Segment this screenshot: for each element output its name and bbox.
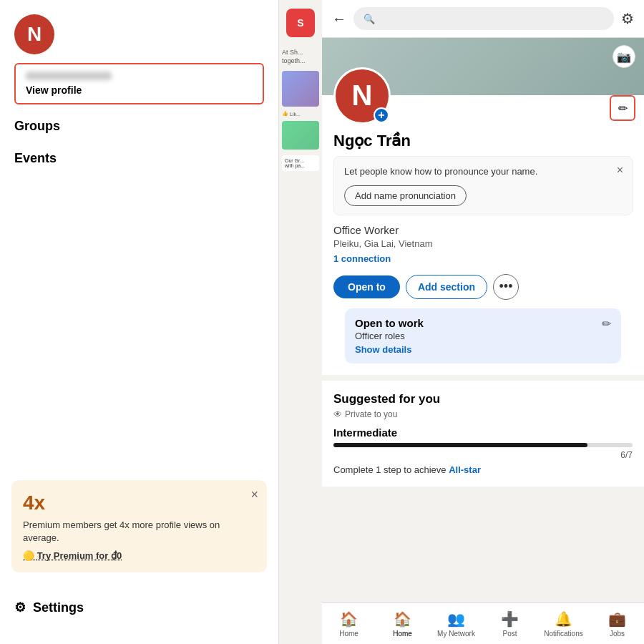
- nav-item-home[interactable]: 🏠 Home: [376, 603, 429, 644]
- otw-role: Officer roles: [355, 331, 611, 341]
- notifications-label: Notifications: [544, 630, 582, 638]
- name-pronunciation-box: × Let people know how to pronounce your …: [333, 156, 633, 215]
- premium-cta-text[interactable]: 🟡 Try Premium for ₫0: [23, 550, 122, 561]
- middle-sliver: S At Sh...togeth... 👍 Lik... Our Gr...wi…: [279, 0, 322, 644]
- home-active-label: Home: [393, 630, 412, 638]
- suggested-title: Suggested for you: [333, 392, 633, 406]
- pronunciation-close-button[interactable]: ×: [617, 164, 623, 177]
- right-header: ← 🔍 ⚙: [322, 0, 644, 38]
- action-buttons: Open to Add section •••: [333, 274, 633, 300]
- progress-bar-fill: [333, 443, 587, 447]
- post-label: Post: [502, 630, 517, 638]
- open-to-button[interactable]: Open to: [333, 275, 400, 298]
- nav-item-network[interactable]: 👥 My Network: [429, 603, 483, 644]
- complete-text: Complete 1 step to achieve: [333, 464, 447, 475]
- profile-avatar-container: N +: [333, 67, 391, 125]
- left-panel: N View profile Groups Events × 4x Premiu…: [0, 0, 279, 644]
- premium-description: Premium members get 4x more profile view…: [23, 519, 255, 545]
- view-profile-link[interactable]: View profile: [26, 84, 253, 96]
- left-avatar: N: [14, 14, 54, 54]
- add-photo-badge[interactable]: +: [374, 107, 389, 123]
- search-bar[interactable]: 🔍: [353, 7, 614, 30]
- back-button[interactable]: ←: [332, 11, 346, 27]
- avatar-initial: N: [352, 79, 373, 112]
- premium-box: × 4x Premium members get 4x more profile…: [11, 480, 267, 572]
- otw-title: Open to work: [355, 317, 611, 329]
- otw-edit-button[interactable]: ✏: [602, 317, 611, 331]
- nav-events[interactable]: Events: [14, 151, 264, 166]
- connections-count[interactable]: 1 connection: [333, 253, 633, 264]
- network-icon: 👥: [447, 610, 465, 628]
- profile-name: Ngọc Trần: [333, 132, 633, 150]
- middle-group-card: Our Gr...with pa...: [282, 155, 319, 171]
- nav-item-post[interactable]: ➕ Post: [483, 603, 537, 644]
- camera-icon: 📷: [617, 50, 631, 64]
- avatar-initial: N: [27, 23, 42, 46]
- all-star-link[interactable]: All-star: [449, 464, 481, 475]
- intermediate-title: Intermediate: [333, 426, 633, 439]
- more-button[interactable]: •••: [493, 274, 519, 300]
- middle-img2: [282, 121, 319, 150]
- add-pronunciation-button[interactable]: Add name pronunciation: [344, 185, 467, 206]
- progress-bar-container: [333, 443, 633, 447]
- private-label: 👁 Private to you: [333, 409, 633, 419]
- profile-card: 📷 ✏ N + Ngọc Trần × Let people know how …: [322, 38, 644, 375]
- middle-like-row: 👍 Lik...: [279, 109, 322, 118]
- private-text: Private to you: [345, 409, 397, 419]
- bottom-nav: 🏠 Home 🏠 Home 👥 My Network ➕ Post 🔔 Noti…: [322, 602, 644, 644]
- premium-multiplier: 4x: [23, 492, 255, 514]
- jobs-icon: 💼: [608, 610, 626, 628]
- right-panel: ← 🔍 ⚙ 📷 ✏ N + Ngọc Trần: [322, 0, 644, 644]
- home-active-icon: 🏠: [394, 610, 411, 628]
- nav-item-jobs[interactable]: 💼 Jobs: [590, 603, 644, 644]
- notifications-icon: 🔔: [555, 610, 572, 628]
- view-profile-box[interactable]: View profile: [14, 63, 264, 104]
- nav-groups[interactable]: Groups: [14, 119, 264, 134]
- right-content: 📷 ✏ N + Ngọc Trần × Let people know how …: [322, 38, 644, 602]
- pronunciation-prompt: Let people know how to pronounce your na…: [344, 165, 622, 178]
- all-star-text: Complete 1 step to achieve All-star: [333, 464, 633, 475]
- edit-profile-button[interactable]: ✏: [610, 95, 635, 121]
- profile-name-blurred: [26, 72, 112, 80]
- nav-item-home-partial[interactable]: 🏠 Home: [322, 603, 376, 644]
- network-label: My Network: [437, 630, 475, 638]
- edit-icon: ✏: [618, 102, 628, 115]
- eye-icon: 👁: [333, 409, 342, 419]
- shopee-ad-icon: S: [286, 9, 315, 37]
- search-icon: 🔍: [364, 14, 375, 24]
- progress-label: 6/7: [333, 450, 633, 460]
- open-to-work-card: ✏ Open to work Officer roles Show detail…: [345, 308, 621, 364]
- job-title: Office Worker: [333, 224, 633, 236]
- edit-icon: ✏: [602, 318, 611, 330]
- post-icon: ➕: [501, 610, 519, 628]
- home-label: Home: [339, 630, 358, 638]
- more-icon: •••: [499, 279, 513, 294]
- settings-row[interactable]: ⚙ Settings: [14, 600, 84, 615]
- profile-info: Ngọc Trần × Let people know how to prono…: [322, 125, 644, 364]
- middle-ad-image: [282, 71, 319, 107]
- add-section-button[interactable]: Add section: [406, 275, 487, 299]
- home-icon: 🏠: [340, 610, 358, 628]
- jobs-label: Jobs: [610, 630, 625, 638]
- suggested-card: Suggested for you 👁 Private to you Inter…: [322, 381, 644, 487]
- show-details-link[interactable]: Show details: [355, 344, 611, 355]
- like-text: Lik...: [290, 112, 301, 117]
- settings-label: Settings: [33, 600, 84, 615]
- premium-cta: 🟡 Try Premium for ₫0: [23, 550, 255, 561]
- gear-icon: ⚙: [14, 600, 26, 615]
- camera-button[interactable]: 📷: [613, 45, 635, 68]
- nav-item-notifications[interactable]: 🔔 Notifications: [537, 603, 590, 644]
- like-icon: 👍: [282, 111, 288, 117]
- middle-ad-text: At Sh...togeth...: [279, 46, 322, 68]
- premium-close-button[interactable]: ×: [250, 487, 258, 502]
- location: Pleiku, Gia Lai, Vietnam: [333, 238, 633, 249]
- settings-button[interactable]: ⚙: [621, 10, 634, 27]
